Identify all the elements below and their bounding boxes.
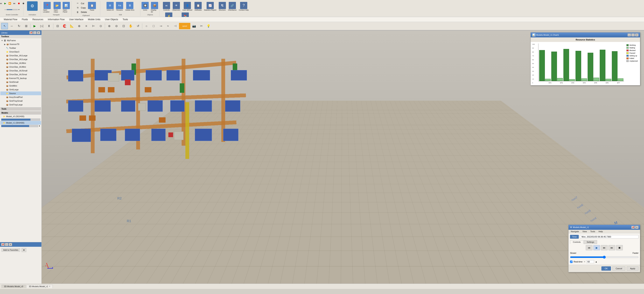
observers-btn[interactable]: 👁 Observers bbox=[172, 1, 181, 11]
controls-btn[interactable]: ⏯ Controls bbox=[162, 1, 171, 11]
fav-collapse-btn[interactable]: — bbox=[5, 243, 8, 246]
pan-btn[interactable]: ✋ bbox=[127, 23, 134, 29]
menu-user-objects[interactable]: User Objects bbox=[103, 18, 120, 21]
dlg-menu-tools[interactable]: Tools bbox=[589, 230, 597, 233]
controls-pin-btn[interactable]: 📌 bbox=[631, 226, 635, 229]
tree-orion-aularge-1[interactable]: 📦 OrionStar_AULarge bbox=[0, 54, 41, 57]
context-help-btn[interactable]: ? Context Help bbox=[238, 1, 250, 11]
delete-btn[interactable]: 🗑 bbox=[75, 10, 80, 14]
tree-assy-smallpart[interactable]: 📦 AssySmallPart bbox=[0, 95, 41, 99]
menu-tools[interactable]: Tools bbox=[120, 18, 130, 21]
fit-btn[interactable]: ⊡ bbox=[120, 23, 127, 29]
tab-settings[interactable]: Settings bbox=[584, 240, 597, 244]
paste-btn[interactable]: 📋 Paste bbox=[87, 1, 97, 14]
tree-keenonT8[interactable]: ▶ 📦 KeenonT8 bbox=[0, 42, 41, 46]
tree-myframe[interactable]: ▼ 🖼 MyFrame bbox=[0, 38, 41, 42]
tree-orion-ausmall-1[interactable]: 📦 OrionStar_AUSmall bbox=[0, 69, 41, 73]
library-close-btn[interactable]: ✕ bbox=[37, 31, 40, 34]
structure-btn[interactable]: 🏗 Structure bbox=[218, 1, 227, 11]
apply-btn[interactable]: Apply bbox=[627, 266, 638, 271]
user-defined-btn[interactable]: 👤 User-defined bbox=[182, 1, 193, 11]
menu-fluids[interactable]: Fluids bbox=[20, 18, 30, 21]
tree-keenonT8-backup[interactable]: 📦 KeenonT8_backup bbox=[0, 76, 41, 80]
realtime-spinner-up[interactable]: ▲ bbox=[595, 261, 597, 263]
menu-user-interface[interactable]: User Interface bbox=[67, 18, 86, 21]
realtime-x-btn[interactable]: ✕ bbox=[584, 261, 585, 263]
cut-btn[interactable]: ✂ bbox=[75, 1, 80, 5]
3d-view-btn[interactable]: 📷 bbox=[191, 23, 198, 29]
rect-tool[interactable]: □ bbox=[150, 23, 157, 29]
speed-slider[interactable] bbox=[570, 256, 638, 259]
track-tool[interactable]: ≈ bbox=[164, 23, 172, 29]
realtime-checkbox[interactable] bbox=[570, 261, 572, 263]
dlg-menu-view[interactable]: View bbox=[581, 230, 588, 233]
menu-information-flow[interactable]: Information Flow bbox=[46, 18, 67, 21]
tree-model-r1[interactable]: 📁 Model_r1 (304/400) bbox=[0, 121, 41, 125]
play-sim-btn[interactable]: ▶ bbox=[31, 23, 38, 29]
delete-mus-btn[interactable]: 🗑 Delete MUs bbox=[124, 1, 135, 11]
center-btn[interactable]: ⊙ bbox=[97, 23, 104, 29]
icons-btn[interactable]: 🔲 Icons bbox=[141, 1, 150, 13]
tree-orion-ausmal-2[interactable]: 📦 OrionStar_AUSmal bbox=[0, 73, 41, 76]
chart-restore-btn[interactable]: □ bbox=[631, 33, 635, 36]
cancel-btn[interactable]: Cancel bbox=[612, 266, 625, 271]
tab-controls[interactable]: Controls bbox=[570, 240, 584, 244]
cross-section-btn[interactable]: ✂ bbox=[198, 23, 205, 29]
library-collapse-btn[interactable]: — bbox=[33, 31, 36, 34]
path-tool[interactable]: ⊸ bbox=[158, 23, 164, 29]
attributes-btn[interactable]: 📋 Attributes bbox=[194, 1, 202, 11]
tree-sinit-tray-small[interactable]: 📦 SinitTraySmall bbox=[0, 99, 41, 103]
stop-btn[interactable]: ⏹ bbox=[17, 1, 21, 5]
display-3d-btn[interactable]: 📦 Display 3D bbox=[150, 1, 160, 13]
grid-tool-btn[interactable]: ⊞ bbox=[23, 23, 30, 29]
rename-btn[interactable]: Aa Rename bbox=[115, 1, 124, 11]
conveyor-tool[interactable]: ⊣ bbox=[172, 23, 178, 29]
tree-sinit-mini[interactable]: 📦 SinitMini bbox=[0, 84, 41, 88]
tree-orion-aumini-2[interactable]: 📦 OrionStar_AUMini bbox=[0, 65, 41, 69]
zoom-in-btn[interactable]: ⊕ bbox=[106, 23, 112, 29]
pb-rewind-btn[interactable]: ⏮ bbox=[586, 245, 592, 250]
chart-close-btn[interactable]: ✕ bbox=[635, 33, 638, 36]
rewind-btn[interactable]: ⏮ bbox=[0, 1, 3, 5]
ok-btn[interactable]: OK bbox=[602, 266, 611, 271]
distrib-btn[interactable]: ⊨ bbox=[90, 23, 97, 29]
snap-btn[interactable]: ⊟ bbox=[54, 23, 61, 29]
lighting-btn[interactable]: 💡 bbox=[205, 23, 212, 29]
align-btn[interactable]: ≡ bbox=[83, 23, 90, 29]
favorites-close-btn[interactable]: ✕ bbox=[22, 248, 26, 252]
ruler-btn[interactable]: 📐 bbox=[68, 23, 75, 29]
select-tool-btn[interactable]: ↖ bbox=[1, 23, 8, 29]
menu-resources[interactable]: Resources bbox=[30, 18, 46, 21]
mus-icons-btn[interactable]: ⚙ bbox=[27, 1, 38, 11]
tree-orionstar3[interactable]: ⭐ OrionStar3 bbox=[0, 50, 41, 54]
pb-ff-btn[interactable]: ⏭ bbox=[601, 245, 608, 250]
magnet-btn[interactable]: 🧲 bbox=[61, 23, 68, 29]
tree-orion-aumini-1[interactable]: 📦 OrionStar_AUMini bbox=[0, 61, 41, 65]
tree-source[interactable]: 📁 Source bbox=[0, 91, 41, 95]
tree-orion-aularge-2[interactable]: 📦 OrionStar_AULarge bbox=[0, 57, 41, 61]
layer-btn[interactable]: ⊕ bbox=[76, 23, 82, 29]
connect-tool-btn[interactable]: ↔ bbox=[8, 23, 15, 29]
tree-toolbar[interactable]: 🔧 Toolbar bbox=[0, 46, 41, 50]
pause-btn[interactable]: ⏸ bbox=[46, 23, 52, 29]
select-all-btn[interactable]: ⊞ Select All bbox=[106, 1, 115, 11]
orbit-btn[interactable]: ↺ bbox=[134, 23, 141, 29]
tree-sinit-tray-large[interactable]: 📦 SinitTrayLarge bbox=[0, 103, 41, 107]
fav-pin-btn[interactable]: 📌 bbox=[1, 243, 4, 246]
status-tab-r1-close[interactable]: ✕ bbox=[49, 285, 50, 288]
status-tab-model-r1[interactable]: 3D.Models.Model_r1 ✕ bbox=[26, 285, 53, 288]
chart-minimize-btn[interactable]: — bbox=[628, 33, 631, 36]
skip-btn[interactable]: ⏭ bbox=[12, 1, 16, 5]
fav-close-btn[interactable]: ✕ bbox=[9, 243, 12, 246]
open-class-btn[interactable]: 📂 Open Class bbox=[53, 1, 61, 13]
copy-btn[interactable]: ⧉ bbox=[75, 6, 80, 10]
statistics-btn[interactable]: 📈 Statistics Report bbox=[203, 1, 218, 11]
time-btn[interactable]: Time bbox=[570, 235, 579, 239]
zoom-out-btn[interactable]: ⊖ bbox=[113, 23, 120, 29]
menu-material-flow[interactable]: Material Flow bbox=[2, 18, 20, 21]
dlg-menu-help[interactable]: Help bbox=[597, 230, 604, 233]
pb-stop-btn[interactable]: ⏹ bbox=[616, 245, 623, 250]
add-favorites-btn[interactable]: Add to Favorites bbox=[2, 248, 20, 252]
inheritance-btn[interactable]: 🔗 Inheritance bbox=[227, 1, 238, 11]
viewport[interactable]: Z X Chart1 run1 run2 run3 run4 run5 run6… bbox=[42, 30, 644, 284]
